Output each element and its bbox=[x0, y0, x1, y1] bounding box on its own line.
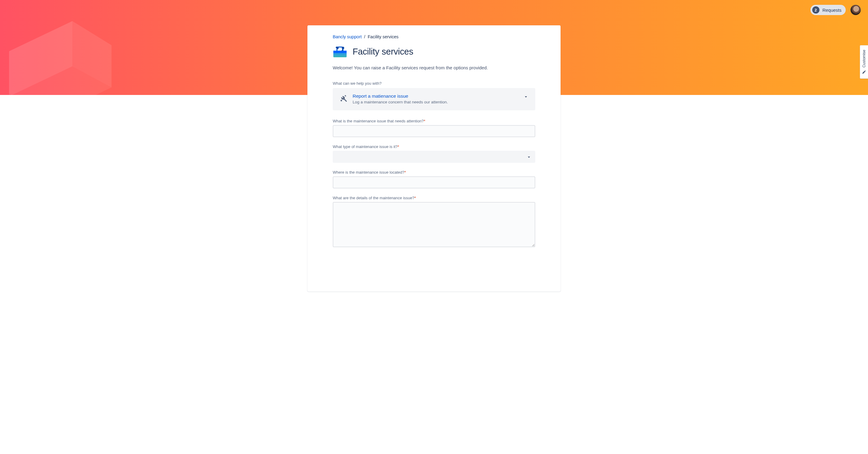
field-type: What type of maintenance issue is it?* bbox=[333, 144, 535, 163]
request-type-selector[interactable]: Report a matienance issue Log a maintena… bbox=[333, 88, 535, 110]
welcome-text: Welcome! You can raise a Facility servic… bbox=[333, 65, 535, 70]
breadcrumb: Bancly support / Facility services bbox=[333, 34, 535, 39]
details-textarea[interactable] bbox=[333, 202, 535, 247]
location-input[interactable] bbox=[333, 176, 535, 188]
requests-count-badge: 2 bbox=[812, 6, 819, 13]
svg-rect-1 bbox=[333, 51, 347, 53]
breadcrumb-root-link[interactable]: Bancly support bbox=[333, 34, 362, 39]
field-type-label: What type of maintenance issue is it?* bbox=[333, 144, 535, 149]
issue-input[interactable] bbox=[333, 125, 535, 137]
page-title: Facility services bbox=[352, 47, 413, 57]
field-details: What are the details of the maintenance … bbox=[333, 195, 535, 248]
avatar[interactable] bbox=[850, 5, 861, 15]
customise-label: Customise bbox=[862, 50, 866, 67]
request-type-title: Report a matienance issue bbox=[352, 93, 518, 99]
requests-button[interactable]: 2 Requests bbox=[810, 5, 846, 15]
chevron-down-icon bbox=[526, 154, 532, 160]
field-location-label: Where is the maintenance issue located?* bbox=[333, 170, 535, 175]
hero-shape-decor bbox=[0, 0, 138, 95]
chevron-down-icon bbox=[523, 94, 529, 99]
customise-tab[interactable]: Customise bbox=[860, 45, 868, 79]
breadcrumb-separator: / bbox=[364, 34, 365, 39]
requests-label: Requests bbox=[823, 7, 841, 13]
pencil-icon bbox=[862, 70, 866, 74]
request-type-description: Log a maintenance concern that needs our… bbox=[352, 100, 518, 104]
field-details-label: What are the details of the maintenance … bbox=[333, 195, 535, 200]
toolbox-icon bbox=[333, 45, 347, 58]
field-issue-label: What is the maintenance issue that needs… bbox=[333, 119, 535, 123]
field-location: Where is the maintenance issue located?* bbox=[333, 170, 535, 188]
form-card: Bancly support / Facility services Facil… bbox=[307, 25, 561, 292]
help-prompt-label: What can we help you with? bbox=[333, 81, 535, 86]
wrench-screwdriver-icon bbox=[339, 95, 347, 102]
type-select[interactable] bbox=[333, 151, 535, 163]
field-issue: What is the maintenance issue that needs… bbox=[333, 119, 535, 137]
topbar: 2 Requests bbox=[810, 5, 861, 15]
page-title-row: Facility services bbox=[333, 45, 535, 58]
breadcrumb-current: Facility services bbox=[368, 34, 398, 39]
